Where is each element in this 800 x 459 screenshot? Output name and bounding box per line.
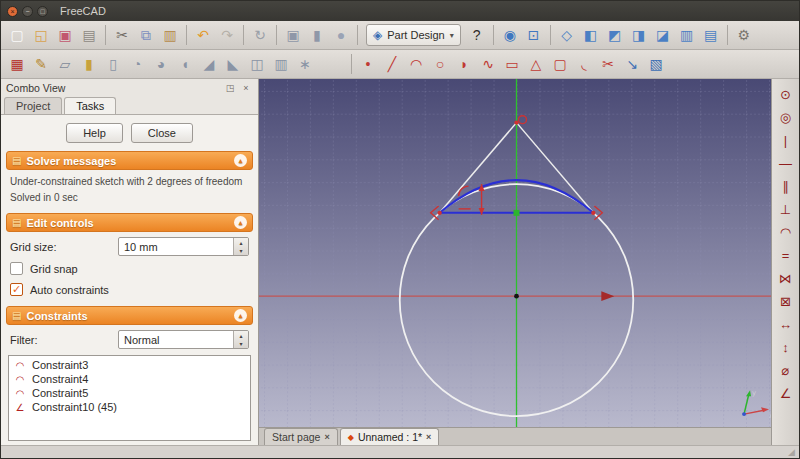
axonometric-view-icon[interactable]: ◇ (555, 23, 579, 47)
draft-icon[interactable]: ◣ (221, 52, 245, 76)
front-view-icon[interactable]: ◧ (579, 23, 603, 47)
create-polyline-icon[interactable]: ∿ (476, 52, 500, 76)
minimize-window-button[interactable]: − (22, 6, 33, 17)
help-button[interactable]: Help (66, 123, 123, 143)
distance-x-constraint-icon[interactable]: ↔ (774, 313, 797, 336)
spin-up-icon[interactable]: ▴ (234, 331, 248, 340)
constraint-item-10[interactable]: ∠ Constraint10 (45) (11, 400, 248, 414)
tab-project[interactable]: Project (4, 97, 62, 114)
create-rectangle-icon[interactable]: ▭ (500, 52, 524, 76)
distance-y-constraint-icon[interactable]: ↕ (774, 336, 797, 359)
create-conic-icon[interactable]: ◗ (452, 52, 476, 76)
fit-all-icon[interactable]: ◉ (498, 23, 522, 47)
left-view-icon[interactable]: ▤ (699, 23, 723, 47)
paste-icon[interactable]: ▥ (158, 23, 182, 47)
create-point-icon[interactable]: • (356, 52, 380, 76)
construction-mode-icon[interactable]: ▧ (644, 52, 668, 76)
equal-constraint-icon[interactable]: = (774, 244, 797, 267)
tab-start-page[interactable]: Start page × (264, 428, 338, 445)
map-sketch-icon[interactable]: ▱ (53, 52, 77, 76)
tab-tasks[interactable]: Tasks (64, 97, 116, 114)
create-arc-icon[interactable]: ◠ (404, 52, 428, 76)
undo-icon[interactable]: ↶ (191, 23, 215, 47)
symmetric-marker[interactable] (514, 210, 520, 216)
checkbox-box[interactable]: ✓ (10, 283, 23, 296)
radius-constraint-icon[interactable]: ⌀ (774, 359, 797, 382)
checkbox-box[interactable]: ✓ (10, 262, 23, 275)
workbench-selector[interactable]: ◈ Part Design ▾ (366, 24, 461, 46)
resize-grip-icon[interactable]: ◢ (788, 447, 795, 457)
create-line-icon[interactable]: ╱ (380, 52, 404, 76)
horizontal-constraint-icon[interactable]: ― (774, 152, 797, 175)
grid-snap-checkbox[interactable]: ✓ Grid snap (6, 258, 253, 279)
external-geometry-icon[interactable]: ↘ (620, 52, 644, 76)
tangent-constraint-icon[interactable]: ◠ (774, 221, 797, 244)
part-sphere-icon[interactable]: ● (329, 23, 353, 47)
linear-pattern-icon[interactable]: ▥ (269, 52, 293, 76)
chamfer-icon[interactable]: ◢ (197, 52, 221, 76)
right-view-icon[interactable]: ◨ (627, 23, 651, 47)
close-tab-icon[interactable]: × (426, 432, 431, 442)
close-tab-icon[interactable]: × (324, 432, 329, 442)
part-box-icon[interactable]: ▣ (281, 23, 305, 47)
close-panel-icon[interactable]: × (239, 81, 253, 95)
pocket-icon[interactable]: ▯ (101, 52, 125, 76)
revolution-icon[interactable]: ◔ (125, 52, 149, 76)
create-circle-icon[interactable]: ○ (428, 52, 452, 76)
grid-size-spinbox[interactable]: 10 mm ▴ ▾ (118, 237, 249, 256)
open-document-icon[interactable]: ◱ (29, 23, 53, 47)
vertex-right[interactable] (591, 211, 595, 215)
symmetric-constraint-icon[interactable]: ⋈ (774, 267, 797, 290)
create-sketch-icon[interactable]: ▦ (5, 52, 29, 76)
vertical-constraint-icon[interactable]: | (774, 129, 797, 152)
sketch-viewport[interactable]: x y (259, 79, 771, 427)
close-window-button[interactable]: × (7, 6, 18, 17)
maximize-window-button[interactable]: □ (37, 6, 48, 17)
new-document-icon[interactable]: ▢ (5, 23, 29, 47)
float-panel-icon[interactable]: ◳ (223, 81, 237, 95)
edit-sketch-icon[interactable]: ✎ (29, 52, 53, 76)
origin-point[interactable] (514, 294, 519, 299)
collapse-section-icon[interactable]: ▴ (234, 154, 247, 167)
cut-icon[interactable]: ✂ (110, 23, 134, 47)
mirrored-icon[interactable]: ◫ (245, 52, 269, 76)
constraints-header[interactable]: ▤ Constraints ▴ (6, 306, 253, 325)
redo-icon[interactable]: ↷ (215, 23, 239, 47)
measure-icon[interactable]: ⚙ (732, 23, 756, 47)
collapse-section-icon[interactable]: ▴ (234, 309, 247, 322)
3d-view[interactable]: x y (259, 79, 771, 427)
parallel-constraint-icon[interactable]: ∥ (774, 175, 797, 198)
auto-constraints-checkbox[interactable]: ✓ Auto constraints (6, 279, 253, 300)
collapse-section-icon[interactable]: ▴ (234, 216, 247, 229)
tab-unnamed-1[interactable]: ◆ Unnamed : 1* × (340, 428, 440, 445)
angle-constraint-icon[interactable]: ∠ (774, 382, 797, 405)
pad-icon[interactable]: ▮ (77, 52, 101, 76)
top-view-icon[interactable]: ◩ (603, 23, 627, 47)
print-icon[interactable]: ▤ (77, 23, 101, 47)
spin-up-icon[interactable]: ▴ (234, 238, 248, 247)
whats-this-icon[interactable]: ? (465, 23, 489, 47)
point-on-object-constraint-icon[interactable]: ◎ (774, 106, 797, 129)
bottom-view-icon[interactable]: ▥ (675, 23, 699, 47)
constraint-item-4[interactable]: ◠ Constraint4 (11, 372, 248, 386)
refresh-icon[interactable]: ↻ (248, 23, 272, 47)
spin-down-icon[interactable]: ▾ (234, 340, 248, 349)
zoom-selection-icon[interactable]: ⊡ (522, 23, 546, 47)
polar-pattern-icon[interactable]: ∗ (293, 52, 317, 76)
edit-controls-header[interactable]: ▤ Edit controls ▴ (6, 213, 253, 232)
trim-edge-icon[interactable]: ✂ (596, 52, 620, 76)
constraint-item-3[interactable]: ◠ Constraint3 (11, 358, 248, 372)
rear-view-icon[interactable]: ◪ (651, 23, 675, 47)
close-button[interactable]: Close (131, 123, 193, 143)
create-polygon-icon[interactable]: △ (524, 52, 548, 76)
copy-icon[interactable]: ⧉ (134, 23, 158, 47)
fillet-icon[interactable]: ◖ (173, 52, 197, 76)
part-cylinder-icon[interactable]: ▮ (305, 23, 329, 47)
solver-messages-header[interactable]: ▤ Solver messages ▴ (6, 151, 253, 170)
save-icon[interactable]: ▣ (53, 23, 77, 47)
filter-dropdown[interactable]: Normal ▴ ▾ (118, 330, 249, 349)
coincident-constraint-icon[interactable]: ⊙ (774, 83, 797, 106)
constraint-item-5[interactable]: ◠ Constraint5 (11, 386, 248, 400)
perpendicular-constraint-icon[interactable]: ⊥ (774, 198, 797, 221)
create-slot-icon[interactable]: ▢ (548, 52, 572, 76)
